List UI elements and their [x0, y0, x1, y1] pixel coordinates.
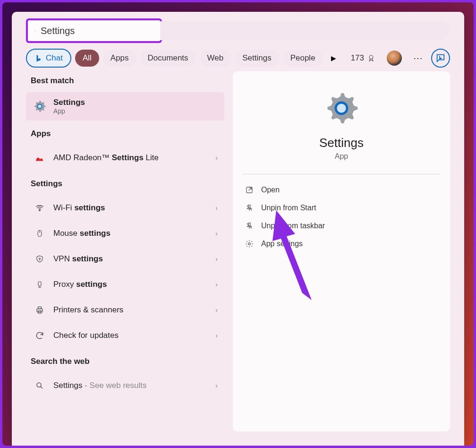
- mouse-icon: [33, 226, 47, 241]
- wifi-icon: [33, 201, 47, 215]
- svg-point-16: [37, 383, 41, 387]
- chevron-right-icon: ›: [215, 281, 218, 288]
- section-apps: Apps: [26, 121, 224, 145]
- chevron-right-icon: ›: [215, 306, 218, 314]
- tab-people[interactable]: People: [283, 50, 323, 67]
- search-box-highlight: [26, 18, 162, 43]
- svg-point-19: [248, 243, 251, 245]
- result-mouse-settings[interactable]: Mouse settings ›: [26, 221, 224, 246]
- section-best-match: Best match: [26, 71, 224, 92]
- chevron-right-icon: ›: [215, 382, 218, 389]
- chevron-right-icon: ›: [215, 332, 218, 339]
- svg-point-8: [39, 258, 41, 259]
- tab-all[interactable]: All: [75, 50, 99, 67]
- action-unpin-start[interactable]: Unpin from Start: [243, 199, 440, 217]
- search-icon: [34, 26, 36, 35]
- svg-point-4: [369, 55, 373, 59]
- section-search-web: Search the web: [26, 348, 224, 373]
- svg-rect-13: [37, 309, 42, 312]
- action-app-settings[interactable]: App settings: [243, 235, 440, 253]
- user-avatar[interactable]: [387, 51, 402, 66]
- svg-line-17: [41, 387, 42, 388]
- search-box-extension[interactable]: [160, 21, 450, 40]
- refresh-icon: [33, 328, 47, 343]
- result-vpn-settings[interactable]: VPN settings ›: [26, 246, 224, 272]
- medal-icon: [367, 54, 375, 62]
- tab-settings[interactable]: Settings: [235, 50, 279, 67]
- tab-web[interactable]: Web: [200, 50, 231, 67]
- result-wifi-settings[interactable]: Wi-Fi settings ›: [26, 195, 224, 221]
- gear-icon: [33, 99, 47, 113]
- tab-documents[interactable]: Documents: [140, 50, 196, 67]
- svg-line-3: [35, 31, 36, 32]
- detail-pane: Settings App Open Unpin from Start Unpin…: [233, 71, 450, 431]
- chevron-right-icon: ›: [215, 255, 218, 263]
- proxy-icon: [33, 277, 47, 292]
- tab-apps[interactable]: Apps: [103, 50, 136, 67]
- results-list: Best match Settings App Apps AMD Radeo: [26, 71, 224, 431]
- bing-chat-icon: [435, 53, 446, 63]
- shield-icon: [33, 252, 47, 266]
- gear-icon: [245, 240, 254, 248]
- chevron-right-icon: ›: [215, 230, 218, 237]
- open-icon: [245, 186, 254, 194]
- filter-tabs: Chat All Apps Documents Web Settings Peo…: [12, 43, 464, 71]
- amd-icon: [33, 151, 47, 165]
- start-search-panel: Chat All Apps Documents Web Settings Peo…: [12, 12, 464, 446]
- result-check-updates[interactable]: Check for updates ›: [26, 323, 224, 348]
- detail-subtitle: App: [335, 152, 348, 161]
- unpin-icon: [245, 204, 254, 212]
- search-icon: [33, 379, 47, 393]
- svg-point-2: [35, 30, 36, 31]
- svg-point-5: [39, 210, 40, 211]
- search-input[interactable]: [41, 26, 160, 36]
- detail-title: Settings: [319, 136, 364, 150]
- svg-rect-14: [38, 307, 42, 309]
- chevron-right-icon: ›: [215, 204, 218, 212]
- desktop-background: Chat All Apps Documents Web Settings Peo…: [2, 2, 474, 446]
- tab-chat[interactable]: Chat: [26, 49, 71, 68]
- result-amd-settings[interactable]: AMD Radeon™ Settings Lite ›: [26, 145, 224, 171]
- result-settings-app[interactable]: Settings App: [26, 92, 224, 121]
- section-settings: Settings: [26, 171, 224, 195]
- printer-icon: [33, 303, 47, 317]
- bing-icon: [34, 54, 43, 62]
- divider: [243, 174, 440, 174]
- chevron-right-icon: ›: [215, 154, 218, 162]
- unpin-icon: [245, 222, 254, 230]
- svg-rect-10: [38, 282, 41, 286]
- more-icon[interactable]: ⋯: [408, 52, 427, 64]
- bing-chat-button[interactable]: [431, 49, 450, 68]
- action-open[interactable]: Open: [243, 181, 440, 199]
- result-proxy-settings[interactable]: Proxy settings ›: [26, 272, 224, 297]
- rewards-points[interactable]: 173: [351, 53, 375, 63]
- result-printers-scanners[interactable]: Printers & scanners ›: [26, 297, 224, 323]
- tabs-scroll-right[interactable]: ▶: [327, 51, 341, 65]
- result-web-search[interactable]: Settings - See web results ›: [26, 373, 224, 398]
- gear-icon: [323, 89, 360, 127]
- action-unpin-taskbar[interactable]: Unpin from taskbar: [243, 217, 440, 235]
